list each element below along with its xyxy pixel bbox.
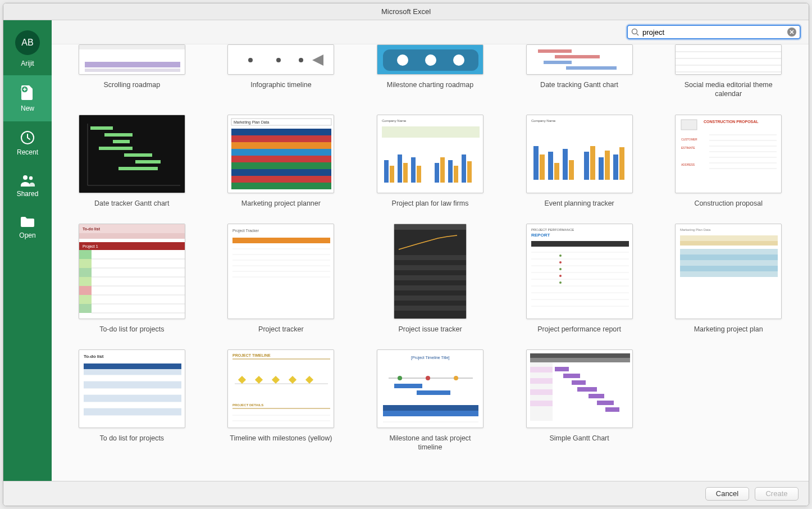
svg-rect-111 <box>394 224 466 319</box>
template-card[interactable]: Project Tracker Project tracker <box>212 224 350 334</box>
sidebar: AB Arijit New Recent <box>3 20 52 481</box>
titlebar: Microsoft Excel <box>3 3 809 20</box>
svg-text:REPORT: REPORT <box>531 233 550 238</box>
template-card[interactable]: PROJECT TIMELINEPROJECT DETAILS Timeline… <box>212 349 350 452</box>
svg-text:To-do list: To-do list <box>84 354 104 359</box>
template-label: Project performance report <box>537 325 621 334</box>
main-panel: Scrolling roadmap Infographic timeline M… <box>52 20 809 481</box>
sidebar-item-label: New <box>21 104 34 112</box>
svg-point-172 <box>426 376 430 380</box>
svg-text:PROJECT DETAILS: PROJECT DETAILS <box>232 403 263 407</box>
account-name: Arijit <box>21 60 34 67</box>
svg-rect-90 <box>79 259 92 268</box>
template-label: Project plan for law firms <box>392 199 469 208</box>
svg-rect-50 <box>403 163 408 183</box>
svg-rect-137 <box>680 235 778 241</box>
svg-rect-114 <box>394 265 466 270</box>
sidebar-item-recent[interactable]: Recent <box>3 121 52 165</box>
svg-text:CUSTOMER: CUSTOMER <box>681 138 697 141</box>
svg-text:To-do list: To-do list <box>83 227 101 231</box>
search-icon <box>631 28 639 36</box>
svg-rect-57 <box>462 154 466 183</box>
template-card[interactable]: Date tracking Gantt chart <box>510 44 649 99</box>
template-card[interactable]: Marketing Plan Data Marketing project pl… <box>659 224 797 334</box>
svg-rect-154 <box>84 381 181 388</box>
svg-text:Company Name: Company Name <box>382 119 407 122</box>
template-thumb: Marketing Plan Data <box>227 115 334 193</box>
clear-search-button[interactable] <box>787 28 796 37</box>
svg-rect-5 <box>79 45 185 49</box>
svg-point-4 <box>632 29 637 34</box>
svg-rect-177 <box>383 411 478 416</box>
template-card[interactable]: PROJECT PERFORMANCEREPORT Project perfor… <box>510 224 649 334</box>
create-button[interactable]: Create <box>755 487 799 501</box>
svg-text:ADDRESS: ADDRESS <box>681 163 695 166</box>
template-thumb <box>526 44 633 75</box>
template-label: To do list for projects <box>99 434 164 443</box>
svg-rect-16 <box>538 49 572 53</box>
svg-point-133 <box>559 281 562 284</box>
search-input[interactable] <box>639 28 787 37</box>
template-card[interactable]: [Project Timeline Title] Milestone and t… <box>361 349 499 452</box>
svg-rect-44 <box>231 183 331 189</box>
svg-text:PROJECT TIMELINE: PROJECT TIMELINE <box>232 353 271 357</box>
footer: Cancel Create <box>3 481 809 506</box>
template-card[interactable]: Date tracker Gantt chart <box>63 115 201 208</box>
template-card[interactable]: Social media editorial theme calendar <box>659 44 797 99</box>
svg-rect-118 <box>394 306 466 311</box>
template-label: Simple Gantt Chart <box>549 434 609 443</box>
people-icon <box>20 174 35 187</box>
template-thumb: To-do listProject 1 <box>79 224 185 319</box>
svg-rect-142 <box>680 266 778 271</box>
cancel-button[interactable]: Cancel <box>705 487 749 501</box>
template-card[interactable]: Project issue tracker <box>361 224 499 334</box>
template-card[interactable]: Simple Gantt Chart <box>510 349 649 452</box>
template-thumb <box>377 44 483 75</box>
svg-text:Company Name: Company Name <box>531 119 556 122</box>
svg-rect-192 <box>605 407 619 412</box>
template-card[interactable]: Scrolling roadmap <box>63 44 201 99</box>
svg-point-131 <box>559 254 562 257</box>
svg-rect-176 <box>383 405 478 411</box>
template-card[interactable]: To-do listProject 1 To-do list for proje… <box>63 224 201 334</box>
svg-rect-71 <box>619 147 624 180</box>
svg-rect-28 <box>99 147 133 150</box>
svg-text:Marketing Plan Data: Marketing Plan Data <box>234 120 270 125</box>
template-thumb: [Project Timeline Title] <box>377 349 483 428</box>
template-label: Date tracker Gantt chart <box>94 199 169 208</box>
sidebar-item-open[interactable]: Open <box>3 207 52 248</box>
template-card[interactable]: Company Name Event planning tracker <box>510 115 649 208</box>
clock-icon <box>20 130 35 145</box>
svg-point-132 <box>559 268 562 270</box>
svg-rect-155 <box>84 395 181 402</box>
svg-rect-43 <box>231 176 331 183</box>
button-label: Cancel <box>716 489 738 498</box>
template-card[interactable]: To-do list To do list for projects <box>63 349 201 452</box>
svg-point-171 <box>398 376 402 380</box>
svg-point-13 <box>397 54 408 66</box>
svg-point-3 <box>29 176 33 180</box>
svg-rect-180 <box>530 353 630 358</box>
svg-rect-174 <box>394 384 422 388</box>
template-card[interactable]: Marketing Plan Data Marketing project pl… <box>212 115 350 208</box>
account-section[interactable]: AB Arijit <box>3 20 52 75</box>
svg-rect-95 <box>79 304 92 313</box>
template-thumb <box>79 44 185 75</box>
template-card[interactable]: CONSTRUCTION PROPOSALCUSTOMERESTIMATEADD… <box>659 115 797 208</box>
template-label: Marketing project planner <box>241 199 321 208</box>
template-card[interactable]: Infographic timeline <box>212 44 350 99</box>
template-label: Scrolling roadmap <box>103 80 160 89</box>
svg-rect-104 <box>232 238 330 243</box>
template-card[interactable]: Milestone charting roadmap <box>361 44 499 99</box>
template-gallery[interactable]: Scrolling roadmap Infographic timeline M… <box>52 44 809 481</box>
svg-rect-30 <box>135 160 161 163</box>
svg-rect-183 <box>530 378 553 384</box>
template-label: To-do list for projects <box>99 325 164 334</box>
search-box[interactable] <box>627 25 801 39</box>
sidebar-item-new[interactable]: New <box>3 75 52 121</box>
avatar-initials: AB <box>21 38 33 48</box>
template-card[interactable]: Company Name Project plan for law firms <box>361 115 499 208</box>
svg-rect-138 <box>680 241 778 246</box>
sidebar-item-shared[interactable]: Shared <box>3 165 52 207</box>
svg-point-8 <box>248 58 253 62</box>
